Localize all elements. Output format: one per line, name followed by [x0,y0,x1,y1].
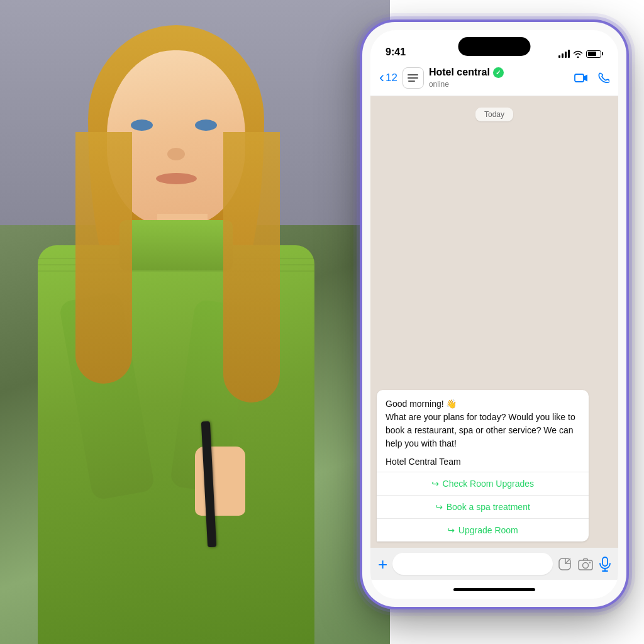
chat-area: Today Good morning! 👋 What are your plan… [370,96,618,548]
home-indicator [370,580,618,599]
person-figure [25,19,340,635]
phone-container: 9:41 [362,22,626,607]
camera-icon[interactable] [578,558,593,570]
sticker-icon[interactable] [558,557,572,571]
phone-call-icon[interactable] [598,72,609,84]
message-input[interactable] [392,553,553,575]
reply-arrow-icon-1: ↩ [431,479,439,489]
chat-header: ‹ 12 Hotel central ✓ online [370,63,618,96]
contact-name: Hotel central [429,67,490,78]
contact-info: Hotel central ✓ online [429,67,569,89]
microphone-icon[interactable] [599,557,611,572]
quick-reply-3[interactable]: ↩ Upgrade Room [377,518,589,541]
home-bar [453,588,535,591]
quick-reply-label-3: Upgrade Room [458,525,518,535]
date-divider: Today [377,108,612,121]
quick-reply-1[interactable]: ↩ Check Room Upgrades [377,472,589,495]
attachment-button[interactable]: + [378,556,387,572]
back-count: 12 [386,72,397,84]
quick-reply-label-2: Book a spa treatment [447,502,530,512]
svg-point-4 [589,562,591,563]
date-chip: Today [475,108,513,121]
svg-rect-5 [602,557,608,566]
background-photo [0,0,390,644]
input-icons [558,557,611,572]
reply-arrow-icon-2: ↩ [435,502,443,512]
svg-point-3 [583,562,589,568]
verified-badge: ✓ [493,67,504,78]
reply-arrow-icon-3: ↩ [447,525,455,535]
menu-icon[interactable] [402,67,424,89]
battery-icon [586,50,603,58]
input-bar: + [370,548,618,580]
back-button[interactable]: ‹ 12 [379,71,397,85]
quick-reply-2[interactable]: ↩ Book a spa treatment [377,495,589,518]
video-call-icon[interactable] [574,73,588,83]
back-chevron-icon: ‹ [379,70,384,85]
wifi-icon [573,50,583,58]
phone-screen: 9:41 [370,30,618,599]
status-time: 9:41 [386,47,406,58]
message-text: Good morning! 👋 What are your plans for … [386,397,580,450]
dynamic-island [458,37,531,56]
contact-name-row: Hotel central ✓ [429,67,569,78]
status-icons [558,50,603,58]
svg-rect-0 [575,74,584,82]
contact-status: online [429,80,449,89]
quick-reply-label-1: Check Room Upgrades [443,479,535,489]
message-sender: Hotel Central Team [386,457,580,467]
header-actions [574,72,609,84]
message-bubble: Good morning! 👋 What are your plans for … [377,390,589,541]
signal-icon [558,50,570,58]
